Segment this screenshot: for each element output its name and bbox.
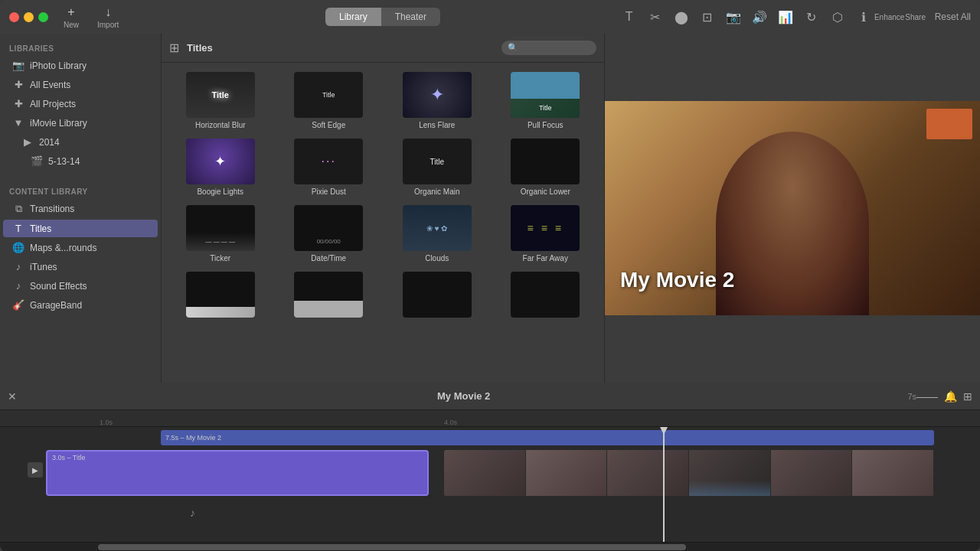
sidebar-label-2014: 2014: [39, 137, 60, 148]
title-label-horizontal-blur: Horizontal Blur: [195, 121, 246, 129]
sidebar-item-titles[interactable]: T Titles: [3, 220, 158, 237]
chart-icon[interactable]: 📊: [776, 7, 795, 27]
crop-icon[interactable]: ⊡: [697, 7, 717, 27]
text-style-icon[interactable]: T: [619, 7, 639, 27]
title-item-organic-lower[interactable]: Organic Lower: [493, 135, 599, 199]
camera-icon[interactable]: 📷: [724, 7, 743, 27]
title-item-pixie-dust[interactable]: Pixie Dust: [276, 135, 382, 199]
title-item-extra2[interactable]: [276, 269, 382, 324]
library-theater-toggle: Library Theater: [146, 8, 619, 26]
imovie-library-icon: ▼: [12, 117, 24, 129]
clip-thumb-2: [526, 450, 608, 496]
filter-icon[interactable]: ⬡: [828, 7, 848, 27]
sidebar-item-2014[interactable]: ▶ 2014: [3, 133, 158, 151]
title-item-horizontal-blur[interactable]: Horizontal Blur: [168, 69, 273, 132]
clip-title-label: 3.0s – Title: [52, 454, 423, 461]
sidebar-label-itunes: iTunes: [30, 262, 57, 272]
enhance-button[interactable]: Enhance: [880, 7, 900, 27]
title-thumb-clouds: [403, 205, 472, 251]
search-box[interactable]: 🔍: [501, 41, 596, 55]
title-thumb-datetime: [294, 205, 363, 251]
sidebar-label-date: 5-13-14: [48, 156, 80, 167]
traffic-lights: [9, 12, 48, 22]
sidebar-item-date[interactable]: 🎬 5-13-14: [3, 152, 158, 170]
title-label-lens-flare: Lens Flare: [419, 121, 455, 129]
transitions-icon: ⧉: [12, 203, 24, 215]
title-item-extra3[interactable]: [384, 269, 490, 324]
volume-icon[interactable]: 🔔: [944, 390, 957, 403]
title-thumb-extra3: [403, 272, 472, 318]
new-button[interactable]: + New: [64, 5, 79, 29]
content-library-section-title: CONTENT LIBRARY: [0, 183, 161, 199]
color-icon[interactable]: ⬤: [671, 7, 691, 27]
import-button[interactable]: ↓ Import: [97, 5, 119, 29]
title-thumb-lens-flare: [403, 72, 472, 118]
clip-video-bar[interactable]: 7.5s – My Movie 2: [161, 430, 934, 445]
scrollbar-thumb[interactable]: [98, 544, 686, 550]
title-item-soft-edge[interactable]: Soft Edge: [276, 69, 382, 132]
title-item-organic-main[interactable]: Organic Main: [384, 135, 490, 199]
title-item-lens-flare[interactable]: Lens Flare: [384, 69, 490, 132]
sidebar-item-transitions[interactable]: ⧉ Transitions: [3, 200, 158, 218]
preview-title-overlay: My Movie 2: [620, 268, 734, 292]
grid-view-icon[interactable]: ⊞: [963, 390, 972, 403]
clip-title-bar[interactable]: 3.0s – Title: [46, 450, 429, 496]
minimize-button[interactable]: [24, 12, 34, 22]
titles-icon: T: [12, 223, 24, 234]
libraries-section-title: LIBRARIES: [0, 40, 161, 56]
title-label-organic-main: Organic Main: [414, 187, 459, 196]
sidebar-item-garageband[interactable]: 🎸 GarageBand: [3, 296, 158, 314]
rotate-icon[interactable]: ↻: [802, 7, 822, 27]
ruler-mark-1: 1.0s: [100, 419, 113, 426]
music-note-icon: ♪: [190, 507, 195, 519]
share-button[interactable]: Share: [906, 7, 926, 27]
theater-tab[interactable]: Theater: [381, 8, 440, 26]
sidebar-label-maps: Maps &...rounds: [30, 243, 96, 253]
title-item-extra4[interactable]: [493, 269, 599, 324]
sidebar-item-iphoto[interactable]: 📷 iPhoto Library: [3, 57, 158, 74]
sidebar-item-all-events[interactable]: ✚ All Events: [3, 76, 158, 93]
maximize-button[interactable]: [38, 12, 48, 22]
reset-all-button[interactable]: Reset All: [935, 11, 971, 22]
title-item-ticker[interactable]: Ticker: [168, 202, 273, 266]
sidebar-item-imovie-library[interactable]: ▼ iMovie Library: [3, 114, 158, 132]
center-panel: ⊞ Titles 🔍 Horizontal Blur: [161, 34, 605, 383]
sidebar: LIBRARIES 📷 iPhoto Library ✚ All Events …: [0, 34, 161, 383]
sidebar-item-sound-effects[interactable]: ♪ Sound Effects: [3, 277, 158, 295]
title-item-datetime[interactable]: Date/Time: [276, 202, 382, 266]
hide-sidebar-button[interactable]: ⊞: [169, 41, 179, 55]
timeline-duration: 7s: [907, 392, 916, 401]
search-input[interactable]: [521, 44, 590, 53]
title-thumb-horizontal-blur: [186, 72, 255, 118]
title-item-boogie-lights[interactable]: Boogie Lights: [168, 135, 273, 199]
close-button[interactable]: [9, 12, 19, 22]
sidebar-item-itunes[interactable]: ♪ iTunes: [3, 258, 158, 276]
title-thumb-pixie-dust: [294, 139, 363, 184]
timeline-title: My Movie 2: [24, 390, 903, 402]
audio-icon[interactable]: 🔊: [750, 7, 769, 27]
title-thumb-organic-lower: [511, 139, 580, 184]
itunes-icon: ♪: [12, 261, 24, 272]
title-thumb-ticker: [186, 205, 255, 251]
title-thumb-extra2: [294, 272, 363, 318]
clip-icon: 🎬: [31, 155, 43, 167]
sidebar-label-transitions: Transitions: [30, 204, 74, 214]
clip-thumb-1: [444, 450, 526, 496]
sidebar-item-all-projects[interactable]: ✚ All Projects: [3, 95, 158, 112]
clip-video-thumbs: [444, 450, 934, 496]
browser-header: ⊞ Titles 🔍: [162, 34, 604, 63]
title-item-pull-focus[interactable]: Pull Focus: [493, 69, 599, 132]
title-item-clouds[interactable]: Clouds: [384, 202, 490, 266]
timeline-scrollbar[interactable]: [0, 542, 980, 551]
sidebar-item-maps[interactable]: 🌐 Maps &...rounds: [3, 239, 158, 256]
library-tab[interactable]: Library: [325, 8, 381, 26]
title-thumb-boogie-lights: [186, 139, 255, 184]
timeline-close-button[interactable]: ✕: [8, 390, 17, 403]
all-events-icon: ✚: [12, 79, 24, 90]
title-item-extra1[interactable]: [168, 269, 273, 324]
title-item-far-far-away[interactable]: Far Far Away: [493, 202, 599, 266]
clip-play-button[interactable]: ▶: [28, 462, 43, 478]
ruler-mark-2: 4.0s: [444, 419, 457, 426]
trim-icon[interactable]: ✂: [645, 7, 665, 27]
info-icon[interactable]: ℹ: [854, 7, 874, 27]
